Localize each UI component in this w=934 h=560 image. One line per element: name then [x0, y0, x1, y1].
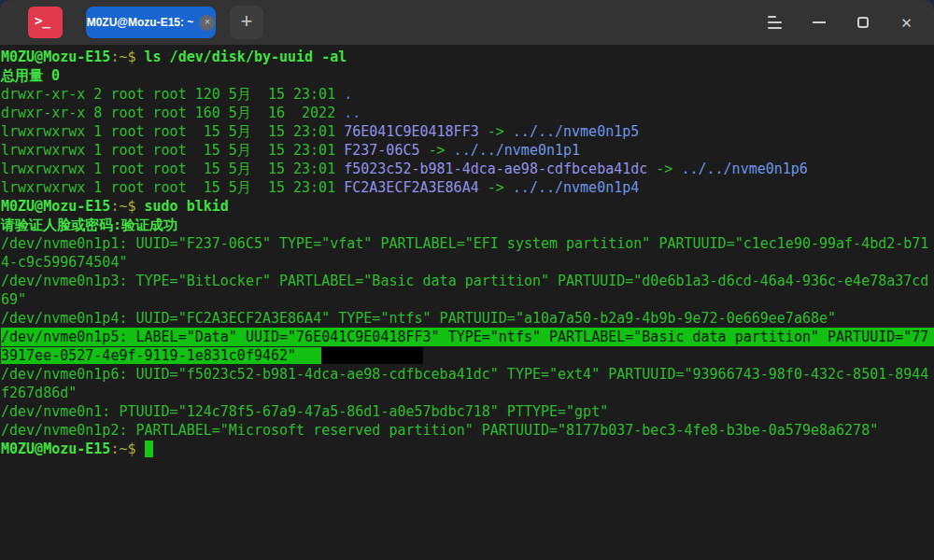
terminal-text-segment: 76E041C9E0418FF3 — [344, 123, 479, 140]
terminal-line: /dev/nvme0n1p1: UUID="F237-06C5" TYPE="v… — [1, 234, 934, 253]
tab-title: M0ZU@Mozu-E15: ~ — [87, 16, 194, 29]
terminal-line: /dev/nvme0n1p2: PARTLABEL="Microsoft res… — [1, 421, 934, 440]
terminal-text-segment: M0ZU@Mozu-E15 — [1, 198, 110, 215]
terminal-text-segment: lrwxrwxrwx 1 root root 15 5月 15 23:01 — [1, 179, 344, 196]
terminal-line: 3917ee-0527-4e9f-9119-1e831c0f9462" — [1, 346, 934, 365]
terminal-text-segment: ls /dev/disk/by-uuid -al — [145, 49, 347, 65]
terminal-text-segment: /dev/nvme0n1p2: PARTLABEL="Microsoft res… — [1, 422, 878, 439]
terminal-line: /dev/nvme0n1p3: TYPE="BitLocker" PARTLAB… — [1, 272, 934, 290]
terminal-text-segment: lrwxrwxrwx 1 root root 15 5月 15 23:01 — [1, 123, 344, 140]
terminal-text-segment: 请验证人脸或密码:验证成功 — [1, 217, 177, 233]
terminal-text-segment: :~$ — [110, 49, 144, 65]
close-button[interactable]: ✕ — [884, 0, 928, 45]
terminal-pane[interactable]: M0ZU@Mozu-E15:~$ ls /dev/disk/by-uuid -a… — [0, 45, 934, 560]
terminal-text-segment — [321, 347, 422, 364]
new-tab-button[interactable]: + — [230, 6, 263, 39]
terminal-line: M0ZU@Mozu-E15:~$ sudo blkid — [1, 197, 934, 216]
prompt-glyph-icon: >_ — [35, 14, 50, 27]
terminal-line: /dev/nvme0n1p6: UUID="f5023c52-b981-4dca… — [1, 365, 934, 384]
terminal-window: >_ M0ZU@Mozu-E15: ~ × + ✕ M0ZU@M — [0, 0, 934, 560]
terminal-line: lrwxrwxrwx 1 root root 15 5月 15 23:01 f5… — [1, 160, 934, 178]
terminal-text-segment: F237-06C5 — [344, 142, 419, 159]
terminal-text-segment: /dev/nvme0n1p3: TYPE="BitLocker" PARTLAB… — [1, 273, 928, 289]
terminal-text-segment: sudo blkid — [145, 198, 229, 215]
window-controls: ✕ — [753, 0, 934, 45]
terminal-line: 4-c9c599674504" — [1, 253, 934, 272]
terminal-text-segment: ../../nvme0n1p4 — [513, 179, 639, 196]
terminal-line: lrwxrwxrwx 1 root root 15 5月 15 23:01 FC… — [1, 178, 934, 197]
terminal-line: lrwxrwxrwx 1 root root 15 5月 15 23:01 F2… — [1, 141, 934, 160]
terminal-text-segment: -> — [419, 142, 453, 159]
terminal-line: /dev/nvme0n1: PTUUID="124c78f5-67a9-47a5… — [1, 402, 934, 421]
terminal-line: lrwxrwxrwx 1 root root 15 5月 15 23:01 76… — [1, 122, 934, 141]
terminal-text-segment: /dev/nvme0n1p1: UUID="F237-06C5" TYPE="v… — [1, 235, 928, 252]
terminal-line: f267d86d" — [1, 384, 934, 402]
terminal-text-segment: -> — [479, 123, 513, 140]
terminal-text-segment: M0ZU@Mozu-E15 — [1, 441, 110, 457]
terminal-line: /dev/nvme0n1p4: UUID="FC2A3ECF2A3E86A4" … — [1, 309, 934, 328]
terminal-line: 总用量 0 — [1, 66, 934, 85]
terminal-line: drwxr-xr-x 8 root root 160 5月 16 2022 .. — [1, 104, 934, 122]
terminal-line: /dev/nvme0n1p5: LABEL="Data" UUID="76E04… — [1, 328, 934, 346]
terminal-text-segment: /dev/nvme0n1p4: UUID="FC2A3ECF2A3E86A4" … — [1, 310, 836, 327]
terminal-line: 请验证人脸或密码:验证成功 — [1, 216, 934, 234]
terminal-text-segment: f5023c52-b981-4dca-ae98-cdfbceba41dc — [344, 161, 647, 177]
terminal-text-segment: drwxr-xr-x 2 root root 120 5月 15 23:01 — [1, 86, 344, 103]
terminal-text-segment: ../../nvme0n1p1 — [454, 142, 580, 159]
terminal-text-segment: :~$ — [110, 441, 144, 457]
close-icon: ✕ — [900, 16, 913, 30]
terminal-text-segment: ../../nvme0n1p6 — [681, 161, 807, 177]
minimize-button[interactable] — [797, 0, 841, 45]
terminal-text-segment: 3917ee-0527-4e9f-9119-1e831c0f9462" — [1, 347, 321, 364]
terminal-text-segment: 4-c9c599674504" — [1, 254, 127, 271]
terminal-line: M0ZU@Mozu-E15:~$ ls /dev/disk/by-uuid -a… — [1, 48, 934, 66]
terminal-line: 69" — [1, 290, 934, 309]
menu-button[interactable] — [753, 0, 797, 45]
terminal-text-segment: :~$ — [110, 198, 144, 215]
titlebar: >_ M0ZU@Mozu-E15: ~ × + ✕ — [0, 0, 934, 45]
terminal-text-segment: -> — [647, 161, 681, 177]
terminal-line: M0ZU@Mozu-E15:~$ — [1, 440, 934, 458]
tab-close-button[interactable]: × — [199, 15, 215, 31]
maximize-icon — [857, 17, 869, 28]
terminal-text-segment: /dev/nvme0n1: PTUUID="124c78f5-67a9-47a5… — [1, 403, 608, 420]
menu-icon — [768, 16, 782, 29]
terminal-text-segment: f267d86d" — [1, 385, 77, 401]
terminal-line: drwxr-xr-x 2 root root 120 5月 15 23:01 . — [1, 85, 934, 104]
terminal-cursor — [145, 441, 153, 457]
terminal-text-segment: drwxr-xr-x 8 root root 160 5月 16 2022 — [1, 105, 344, 121]
terminal-text-segment: /dev/nvme0n1p6: UUID="f5023c52-b981-4dca… — [1, 366, 928, 383]
terminal-text-segment: lrwxrwxrwx 1 root root 15 5月 15 23:01 — [1, 161, 344, 177]
terminal-text-segment: M0ZU@Mozu-E15 — [1, 49, 110, 65]
maximize-button[interactable] — [841, 0, 884, 45]
terminal-text-segment: . — [344, 86, 352, 103]
minimize-icon — [813, 21, 826, 23]
tab-active[interactable]: M0ZU@Mozu-E15: ~ × — [86, 7, 216, 38]
terminal-text-segment: FC2A3ECF2A3E86A4 — [344, 179, 479, 196]
terminal-text-segment: 69" — [1, 291, 26, 308]
terminal-output: M0ZU@Mozu-E15:~$ ls /dev/disk/by-uuid -a… — [1, 48, 934, 458]
terminal-text-segment: .. — [344, 105, 361, 121]
terminal-app-icon: >_ — [28, 7, 63, 38]
terminal-text-segment: lrwxrwxrwx 1 root root 15 5月 15 23:01 — [1, 142, 344, 159]
terminal-text-segment: ../../nvme0n1p5 — [513, 123, 639, 140]
close-icon: × — [205, 17, 210, 27]
terminal-text-segment: 总用量 0 — [1, 67, 60, 84]
terminal-text-segment: -> — [479, 179, 513, 196]
terminal-text-segment: /dev/nvme0n1p5: LABEL="Data" UUID="76E04… — [1, 329, 928, 345]
